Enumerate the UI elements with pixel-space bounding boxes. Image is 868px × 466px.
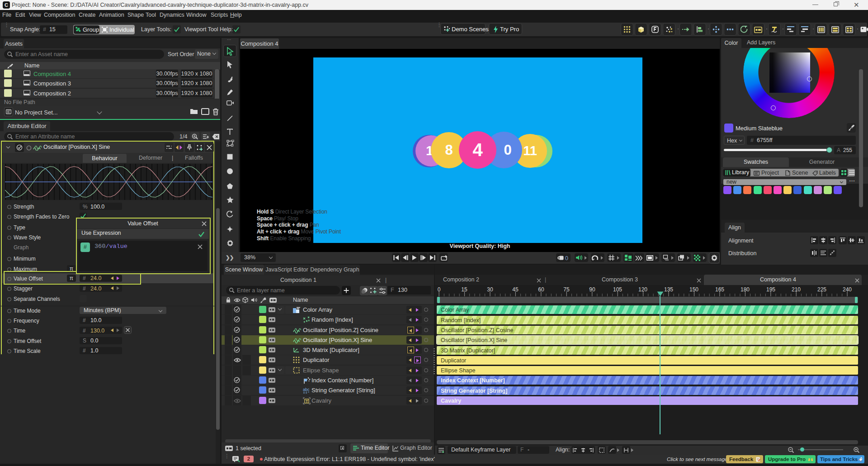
svg-text:T: T [306,399,308,404]
svg-text:abc: abc [303,387,310,392]
